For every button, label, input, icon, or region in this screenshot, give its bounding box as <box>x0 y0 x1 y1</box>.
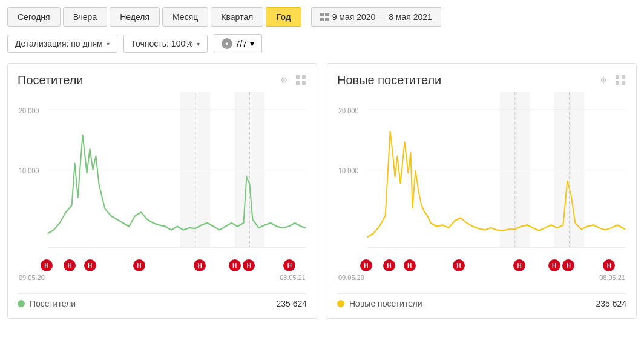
h-badge-nv2[interactable]: Н <box>383 259 395 271</box>
h-badge-v1[interactable]: Н <box>41 259 53 271</box>
svg-text:20 000: 20 000 <box>19 106 39 115</box>
visitors-svg: 20 000 10 000 <box>18 92 307 262</box>
h-badge-nv6[interactable]: Н <box>548 259 560 271</box>
detail-filter[interactable]: Детализация: по дням ▾ <box>7 35 117 53</box>
new-visitors-chart-icons: ⚙ <box>600 75 626 86</box>
new-visitors-gear-icon[interactable]: ⚙ <box>600 75 611 86</box>
bubble-icon: ● <box>222 38 232 49</box>
new-visitors-legend-label: Новые посетители <box>349 299 422 308</box>
tab-year[interactable]: Год <box>266 7 301 27</box>
visitors-legend-value: 235 624 <box>276 299 307 308</box>
svg-rect-19 <box>616 81 619 85</box>
h-badge-v2[interactable]: Н <box>64 259 76 271</box>
h-badge-v7[interactable]: Н <box>243 259 255 271</box>
comments-label: 7/7 <box>235 39 247 48</box>
tab-today[interactable]: Сегодня <box>7 7 61 27</box>
top-nav: Сегодня Вчера Неделя Месяц Квартал Год 9… <box>7 7 637 27</box>
visitors-chart-title: Посетители <box>18 73 84 87</box>
svg-rect-4 <box>296 75 300 79</box>
comments-filter[interactable]: ● 7/7 ▾ <box>214 34 262 53</box>
new-visitors-chart-card: Новые посетители ⚙ <box>327 63 637 319</box>
detail-filter-label: Детализация: по дням <box>15 39 103 48</box>
new-visitors-x-end: 08.05.21 <box>599 274 625 281</box>
accuracy-filter-label: Точность: 100% <box>131 39 193 48</box>
svg-rect-1 <box>325 13 329 16</box>
visitors-chart-container: 20 000 10 000 Н Н Н Н Н Н Н Н <box>18 92 307 286</box>
new-visitors-grid-icon[interactable] <box>616 75 626 86</box>
svg-rect-17 <box>616 75 619 79</box>
date-range[interactable]: 9 мая 2020 — 8 мая 2021 <box>311 7 441 27</box>
visitors-legend: Посетители 235 624 <box>18 293 307 308</box>
h-badge-nv4[interactable]: Н <box>453 259 465 271</box>
h-badge-nv1[interactable]: Н <box>360 259 372 271</box>
svg-rect-6 <box>296 81 300 85</box>
tab-week[interactable]: Неделя <box>110 7 160 27</box>
new-visitors-legend-dot <box>337 300 344 307</box>
h-badge-nv5[interactable]: Н <box>513 259 525 271</box>
h-badge-v4[interactable]: Н <box>133 259 145 271</box>
visitors-x-labels: 09.05.20 08.05.21 <box>18 274 307 281</box>
new-visitors-legend: Новые посетители 235 624 <box>337 293 626 308</box>
visitors-x-start: 09.05.20 <box>19 274 45 281</box>
visitors-legend-label: Посетители <box>30 299 76 308</box>
visitors-grid-icon[interactable] <box>296 75 307 86</box>
svg-text:10 000: 10 000 <box>338 166 359 175</box>
svg-rect-7 <box>302 81 306 85</box>
svg-rect-2 <box>320 18 324 21</box>
tab-yesterday[interactable]: Вчера <box>63 7 108 27</box>
new-visitors-legend-left: Новые посетители <box>337 299 422 308</box>
visitors-chart-card: Посетители ⚙ <box>7 63 317 319</box>
svg-rect-20 <box>622 81 625 85</box>
new-visitors-markers-row: Н Н Н Н Н Н Н Н <box>337 259 626 273</box>
comments-chevron: ▾ <box>250 39 254 48</box>
svg-rect-0 <box>320 13 324 16</box>
tab-month[interactable]: Месяц <box>162 7 208 27</box>
new-visitors-chart-title: Новые посетители <box>337 73 441 87</box>
visitors-legend-left: Посетители <box>18 299 76 308</box>
h-badge-nv8[interactable]: Н <box>603 259 615 271</box>
new-visitors-chart-header: Новые посетители ⚙ <box>337 73 626 87</box>
new-visitors-x-labels: 09.05.20 08.05.21 <box>337 274 626 281</box>
new-visitors-legend-value: 235 624 <box>596 299 626 308</box>
visitors-chart-icons: ⚙ <box>280 75 307 86</box>
calendar-icon <box>320 13 329 21</box>
tab-quarter[interactable]: Квартал <box>211 7 263 27</box>
svg-rect-3 <box>325 18 329 21</box>
date-range-text: 9 мая 2020 — 8 мая 2021 <box>332 12 432 22</box>
visitors-legend-dot <box>18 300 25 307</box>
accuracy-filter[interactable]: Точность: 100% ▾ <box>123 35 208 53</box>
new-visitors-svg: 20 000 10 000 <box>337 92 626 262</box>
h-badge-v3[interactable]: Н <box>84 259 96 271</box>
h-badge-nv3[interactable]: Н <box>404 259 416 271</box>
svg-rect-5 <box>302 75 306 79</box>
h-badge-v6[interactable]: Н <box>229 259 241 271</box>
h-badge-v5[interactable]: Н <box>194 259 206 271</box>
svg-text:20 000: 20 000 <box>338 106 359 115</box>
h-badge-nv7[interactable]: Н <box>562 259 574 271</box>
h-badge-v8[interactable]: Н <box>283 259 295 271</box>
visitors-chart-header: Посетители ⚙ <box>18 73 307 87</box>
visitors-markers-row: Н Н Н Н Н Н Н Н <box>18 259 307 273</box>
svg-rect-18 <box>622 75 625 79</box>
accuracy-chevron: ▾ <box>197 41 200 47</box>
new-visitors-chart-container: 20 000 10 000 Н Н Н Н Н Н Н Н <box>337 92 626 286</box>
filter-row: Детализация: по дням ▾ Точность: 100% ▾ … <box>7 34 637 53</box>
visitors-gear-icon[interactable]: ⚙ <box>280 75 291 86</box>
svg-text:10 000: 10 000 <box>19 166 39 175</box>
detail-chevron: ▾ <box>107 41 110 47</box>
new-visitors-x-start: 09.05.20 <box>338 274 364 281</box>
visitors-x-end: 08.05.21 <box>280 274 306 281</box>
charts-row: Посетители ⚙ <box>7 63 637 319</box>
